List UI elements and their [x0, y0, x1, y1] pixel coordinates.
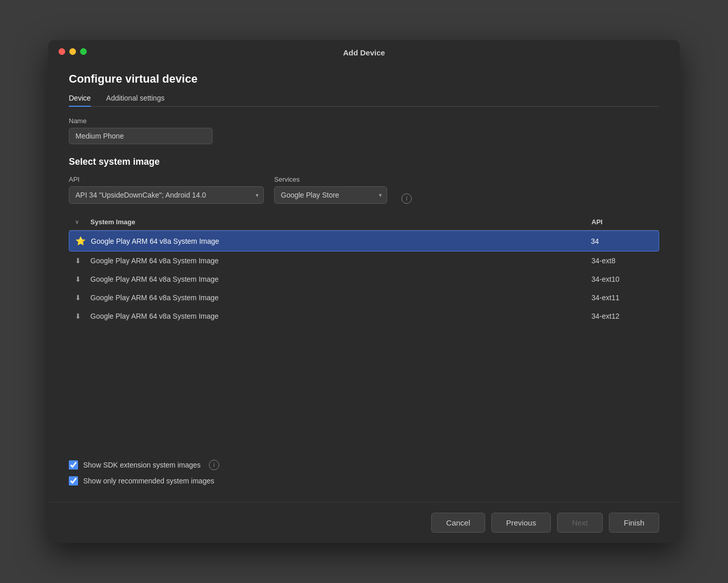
- star-icon: ⭐: [75, 236, 91, 246]
- content-area: Configure virtual device Device Addition…: [48, 62, 680, 502]
- sort-icon[interactable]: ∨: [75, 219, 90, 225]
- traffic-lights: [59, 48, 87, 55]
- name-label: Name: [69, 117, 659, 125]
- checkboxes-section: Show SDK extension system images i Show …: [69, 455, 659, 502]
- show-sdk-label: Show SDK extension system images i: [83, 460, 219, 470]
- col-header-api: API: [591, 218, 653, 226]
- tab-device[interactable]: Device: [69, 94, 91, 106]
- services-dropdown[interactable]: Google Play Store: [274, 186, 387, 204]
- table-header: ∨ System Image API: [69, 214, 659, 230]
- download-icon: ⬇: [75, 275, 90, 283]
- dialog-title: Add Device: [343, 48, 385, 57]
- api-dropdown[interactable]: API 34 "UpsideDownCake"; Android 14.0: [69, 186, 264, 204]
- add-device-dialog: Add Device Configure virtual device Devi…: [48, 40, 680, 543]
- selectors-row: API API 34 "UpsideDownCake"; Android 14.…: [69, 176, 659, 204]
- footer: Cancel Previous Next Finish: [48, 502, 680, 543]
- tab-bar: Device Additional settings: [69, 94, 659, 107]
- finish-button[interactable]: Finish: [609, 513, 659, 533]
- row-api: 34-ext11: [591, 294, 653, 302]
- system-image-table: ∨ System Image API ⭐ Google Play ARM 64 …: [69, 214, 659, 444]
- row-name: Google Play ARM 64 v8a System Image: [90, 294, 591, 302]
- show-sdk-checkbox[interactable]: [69, 460, 78, 470]
- row-api: 34-ext12: [591, 312, 653, 320]
- sdk-info-icon[interactable]: i: [209, 460, 219, 470]
- close-button[interactable]: [59, 48, 65, 55]
- tab-additional-settings[interactable]: Additional settings: [106, 94, 165, 106]
- row-name: Google Play ARM 64 v8a System Image: [90, 312, 591, 320]
- download-icon: ⬇: [75, 257, 90, 265]
- services-label: Services: [274, 176, 387, 183]
- table-row[interactable]: ⬇ Google Play ARM 64 v8a System Image 34…: [69, 288, 659, 307]
- row-api: 34: [591, 237, 653, 245]
- row-api: 34-ext10: [591, 275, 653, 283]
- col-header-name: System Image: [90, 218, 591, 226]
- table-row[interactable]: ⬇ Google Play ARM 64 v8a System Image 34…: [69, 251, 659, 270]
- show-sdk-checkbox-row: Show SDK extension system images i: [69, 460, 659, 470]
- section-title: Select system image: [69, 157, 659, 167]
- services-selector-group: Services Google Play Store ▾: [274, 176, 387, 204]
- table-row[interactable]: ⬇ Google Play ARM 64 v8a System Image 34…: [69, 270, 659, 288]
- download-icon: ⬇: [75, 294, 90, 302]
- device-name-input[interactable]: [69, 128, 213, 144]
- previous-button[interactable]: Previous: [491, 513, 551, 533]
- page-heading: Configure virtual device: [69, 72, 659, 86]
- row-api: 34-ext8: [591, 257, 653, 265]
- services-select-wrapper: Google Play Store ▾: [274, 186, 387, 204]
- api-selector-group: API API 34 "UpsideDownCake"; Android 14.…: [69, 176, 264, 204]
- next-button[interactable]: Next: [557, 513, 603, 533]
- row-name: Google Play ARM 64 v8a System Image: [90, 257, 591, 265]
- cancel-button[interactable]: Cancel: [431, 513, 485, 533]
- show-recommended-label: Show only recommended system images: [83, 477, 214, 485]
- show-recommended-checkbox[interactable]: [69, 476, 78, 485]
- minimize-button[interactable]: [69, 48, 76, 55]
- show-recommended-checkbox-row: Show only recommended system images: [69, 476, 659, 485]
- api-select-wrapper: API 34 "UpsideDownCake"; Android 14.0 ▾: [69, 186, 264, 204]
- table-row[interactable]: ⭐ Google Play ARM 64 v8a System Image 34: [69, 230, 659, 251]
- api-label: API: [69, 176, 264, 183]
- maximize-button[interactable]: [80, 48, 87, 55]
- title-bar: Add Device: [48, 40, 680, 62]
- services-info-icon[interactable]: i: [401, 193, 412, 204]
- table-row[interactable]: ⬇ Google Play ARM 64 v8a System Image 34…: [69, 307, 659, 325]
- row-name: Google Play ARM 64 v8a System Image: [91, 237, 591, 245]
- row-name: Google Play ARM 64 v8a System Image: [90, 275, 591, 283]
- download-icon: ⬇: [75, 312, 90, 320]
